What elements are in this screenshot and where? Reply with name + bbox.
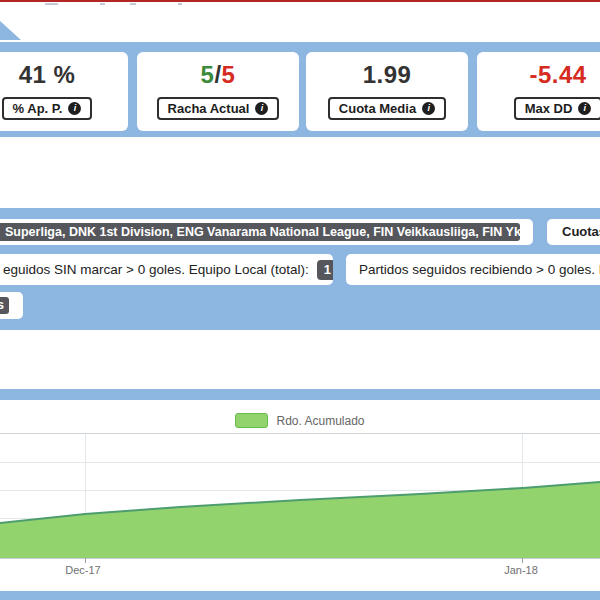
top-dash-decor: [100, 3, 105, 5]
legend-swatch: [235, 413, 268, 428]
x-axis-label-jan18: Jan-18: [504, 564, 538, 576]
filter-cropped-box[interactable]: s: [0, 292, 23, 319]
stat-label-button[interactable]: Max DD i: [514, 97, 600, 120]
stat-card-max-dd: -5.44 Max DD i: [477, 52, 600, 131]
divider-strip: [0, 389, 600, 400]
stats-band: 41 % % Ap. P. i 5/5 Racha Actual i 1.99 …: [0, 42, 600, 137]
bottom-strip: [0, 591, 600, 600]
stat-card-ap-percent: 41 % % Ap. P. i: [0, 52, 128, 131]
stat-label-text: Racha Actual: [168, 101, 250, 116]
top-red-line: [0, 0, 600, 2]
stat-card-racha-actual: 5/5 Racha Actual i: [137, 52, 299, 131]
leagues-pill[interactable]: Superliga, DNK 1st Division, ENG Vanaram…: [0, 223, 520, 241]
chart-legend[interactable]: Rdo. Acumulado: [0, 413, 600, 428]
legend-label: Rdo. Acumulado: [276, 414, 364, 428]
range-badge: 1 - 5: [317, 260, 333, 280]
chart-plot-area: [0, 433, 600, 559]
stat-label-text: Max DD: [525, 101, 573, 116]
stat-label-button[interactable]: Cuota Media i: [328, 97, 446, 120]
info-icon[interactable]: i: [255, 102, 268, 115]
x-axis-label-dec17: Dec-17: [65, 564, 100, 576]
axis-tick: [85, 558, 86, 563]
leagues-filter-box[interactable]: Superliga, DNK 1st Division, ENG Vanaram…: [0, 219, 533, 245]
cumulative-result-area-series[interactable]: [0, 434, 600, 558]
page: 41 % % Ap. P. i 5/5 Racha Actual i 1.99 …: [0, 0, 600, 600]
axis-tick: [522, 558, 523, 563]
cropped-badge: s: [0, 297, 9, 314]
stat-value: 1.99: [306, 61, 468, 89]
stat-value: -5.44: [477, 61, 600, 89]
stat-label-button[interactable]: % Ap. P. i: [2, 97, 93, 120]
stat-value: 5/5: [137, 61, 299, 89]
filter-text: Partidos seguidos recibiendo > 0 goles. …: [359, 262, 600, 277]
top-dash-decor: [130, 3, 136, 5]
cuotas-filter-box[interactable]: Cuotas: [547, 219, 600, 245]
streak-sep: /: [214, 61, 221, 88]
filters-panel: Superliga, DNK 1st Division, ENG Vanaram…: [0, 208, 600, 330]
info-icon[interactable]: i: [422, 102, 435, 115]
info-icon[interactable]: i: [68, 102, 81, 115]
corner-triangle-decor: [0, 21, 22, 40]
streak-total: 5: [222, 61, 236, 88]
info-icon[interactable]: i: [578, 102, 591, 115]
stat-label-text: % Ap. P.: [13, 101, 63, 116]
filter-recibiendo-box[interactable]: Partidos seguidos recibiendo > 0 goles. …: [346, 254, 600, 285]
stat-label-button[interactable]: Racha Actual i: [157, 97, 280, 120]
filter-text: eguidos SIN marcar > 0 goles. Equipo Loc…: [3, 262, 309, 277]
streak-won: 5: [201, 61, 215, 88]
stat-label-text: Cuota Media: [339, 101, 416, 116]
filter-sin-marcar-box[interactable]: eguidos SIN marcar > 0 goles. Equipo Loc…: [0, 254, 333, 285]
top-dash-decor: [178, 3, 182, 5]
stat-value: 41 %: [0, 61, 128, 89]
top-dash-decor: [45, 3, 58, 5]
stat-card-cuota-media: 1.99 Cuota Media i: [306, 52, 468, 131]
